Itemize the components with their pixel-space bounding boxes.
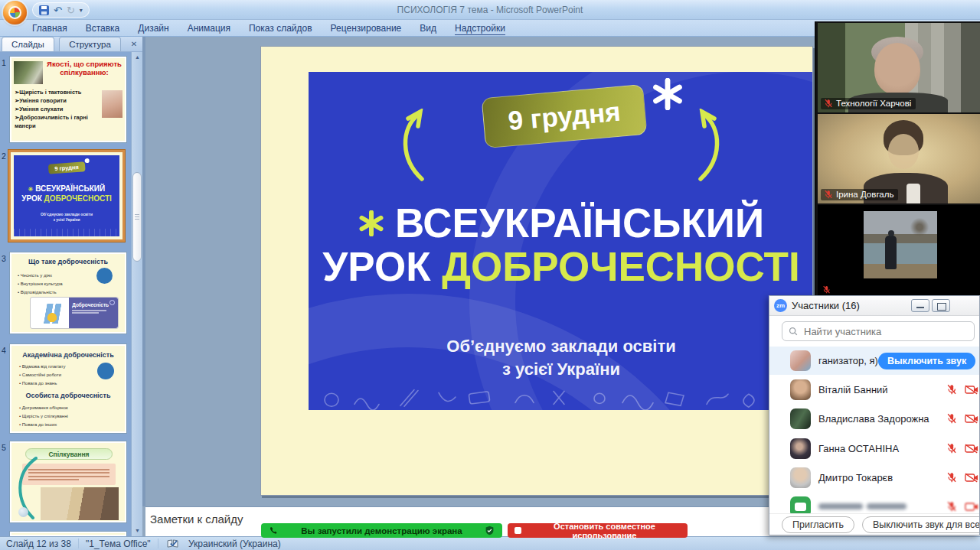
tab-slides[interactable]: Слайды: [2, 37, 54, 51]
thumb1-title: Якості, що сприяють спілкуванню:: [44, 60, 125, 77]
notes-label: Заметки к слайду: [150, 513, 243, 526]
video-tile-1[interactable]: Технології Харчові: [818, 23, 980, 112]
scrollbar-thumb[interactable]: [132, 172, 142, 262]
profile-photo: [864, 211, 937, 278]
slide-thumbnail-pane: 1 Якості, що сприяють спілкуванню: ➢Щирі…: [0, 52, 142, 536]
slide-blue-image: 9 грудня ВСЕУКРАЇНСЬКИЙ УРОК ДОБРОЧЕСНОС…: [309, 72, 813, 410]
mic-muted-icon: [824, 190, 833, 199]
stop-share-button[interactable]: Остановить совместное использование: [508, 523, 688, 538]
stop-share-label: Остановить совместное использование: [521, 522, 688, 540]
slide-caption: Об’єднуємо заклади освіти з усієї Україн…: [309, 335, 813, 380]
customize-toolbar-icon[interactable]: ▾: [80, 7, 83, 14]
participant-row-host[interactable]: ганизатор, я) Выключить звук: [769, 347, 979, 375]
slide-number: 3: [2, 254, 9, 263]
video-tile-2[interactable]: Ірина Довгаль: [818, 114, 980, 203]
tab-insert[interactable]: Вставка: [77, 21, 129, 37]
search-icon: [789, 327, 798, 336]
thumb3-title: Що таке доброчесність: [11, 258, 125, 265]
slide-thumbnail-3[interactable]: Що таке доброчесність Чесність у діях Вн…: [10, 252, 126, 334]
thumb2-caption: Об’єднуємо заклади освіти з усієї Україн…: [14, 212, 119, 223]
video-tile-3[interactable]: [818, 205, 980, 295]
participant-row[interactable]: Владислава Задорожна: [769, 404, 979, 433]
thumbnail-scrollbar[interactable]: ▲ ▼: [131, 52, 142, 536]
thumb3-card: Доброчесність: [30, 297, 119, 329]
slide-canvas[interactable]: 9 грудня ВСЕУКРАЇНСЬКИЙ УРОК ДОБРОЧЕСНОС…: [260, 46, 813, 496]
thumb3-bullets: Чесність у діях Внутрішня культура Відпо…: [18, 272, 63, 296]
camera-muted-icon-partial: [965, 385, 978, 395]
thumb2-badge: 9 грудня: [48, 161, 85, 174]
participant-row[interactable]: Віталій Банний: [769, 375, 979, 404]
slide-thumbnail-4[interactable]: Академічна доброчесність Відмова від пла…: [10, 344, 126, 433]
thumb1-photo: [14, 61, 43, 84]
participant-search[interactable]: [782, 321, 975, 341]
tab-slideshow[interactable]: Показ слайдов: [240, 21, 322, 37]
spellcheck-icon[interactable]: [167, 539, 178, 548]
tab-outline[interactable]: Структура: [59, 37, 121, 51]
mute-button[interactable]: Выключить звук: [878, 353, 975, 369]
thumb4-subtitle: Особиста доброчесність: [11, 392, 125, 399]
tab-animation[interactable]: Анимация: [178, 21, 240, 37]
quick-access-toolbar: ↶ ↻ ▾: [32, 2, 90, 18]
slide-thumbnail-2-selected[interactable]: 9 грудня ✳ ВСЕУКРАЇНСЬКИЙ УРОК ДОБРОЧЕСН…: [8, 150, 125, 242]
participants-header: zm Участники (16): [769, 296, 979, 316]
camera-muted-icon-partial: [965, 414, 978, 424]
camera-muted-icon-partial: [965, 502, 978, 512]
tab-review[interactable]: Рецензирование: [322, 21, 411, 37]
zoom-video-strip: Технології Харчові Ірина Довгаль: [815, 21, 980, 295]
doodle-band: [309, 384, 813, 410]
share-banner-text: Вы запустили демонстрацию экрана: [279, 526, 485, 535]
white-asterisk-icon: [652, 78, 684, 110]
undo-icon[interactable]: ↶: [54, 5, 62, 15]
slide-number: 4: [2, 346, 9, 355]
tab-addins[interactable]: Надстройки: [446, 21, 514, 37]
mic-muted-icon: [946, 501, 957, 512]
scroll-down-icon[interactable]: ▼: [132, 526, 142, 536]
zoom-logo-icon: zm: [774, 299, 787, 312]
avatar: [790, 408, 811, 429]
tab-design[interactable]: Дизайн: [129, 21, 178, 37]
minimize-button[interactable]: [911, 299, 929, 312]
participant-row[interactable]: Ганна ОСТАНІНА: [769, 434, 979, 463]
status-bar: Слайд 12 из 38 "1_Тема Office" Украински…: [0, 536, 980, 550]
scroll-up-icon[interactable]: ▲: [132, 52, 142, 63]
office-button[interactable]: [3, 1, 27, 24]
mute-all-button[interactable]: Выключить звук для всех: [862, 516, 980, 533]
thumb4-title: Академічна доброчесність: [11, 351, 125, 359]
mic-muted-icon: [946, 443, 957, 454]
participants-footer: Пригласить Выключить звук для всех: [769, 513, 979, 535]
left-pane-tabs: Слайды Структура ✕: [0, 37, 142, 52]
avatar: [790, 379, 811, 400]
thumb2-slide: 9 грудня ✳ ВСЕУКРАЇНСЬКИЙ УРОК ДОБРОЧЕСН…: [14, 155, 119, 236]
screen-share-banner: Вы запустили демонстрацию экрана: [261, 523, 502, 538]
avatar: [790, 438, 811, 459]
language-indicator[interactable]: Украинский (Украина): [188, 539, 281, 549]
office-logo-icon: [8, 6, 21, 19]
theme-name: "1_Тема Office": [86, 539, 151, 549]
close-pane-icon[interactable]: ✕: [129, 39, 139, 50]
slide-thumbnail-5[interactable]: Спілкування: [10, 441, 126, 522]
mic-muted-icon: [822, 285, 831, 294]
avatar: [790, 350, 811, 371]
phone-icon: [269, 526, 279, 535]
slide-number: 1: [2, 58, 9, 67]
camera-muted-icon-partial: [965, 444, 978, 454]
mic-muted-icon: [824, 99, 833, 108]
search-input[interactable]: [802, 325, 968, 338]
stop-icon: [514, 527, 521, 534]
maximize-button[interactable]: [932, 299, 950, 312]
tab-view[interactable]: Вид: [410, 21, 446, 37]
participant-name: ганизатор, я): [818, 355, 878, 366]
invite-button[interactable]: Пригласить: [782, 516, 854, 533]
participant-row[interactable]: Дмитро Токарєв: [769, 463, 979, 492]
save-icon[interactable]: [39, 5, 49, 15]
redo-icon[interactable]: ↻: [67, 5, 75, 15]
curved-arrow-left-icon: [399, 109, 449, 182]
participant-name-blurred: [818, 503, 906, 509]
slide-counter: Слайд 12 из 38: [6, 539, 71, 549]
slide-title: ВСЕУКРАЇНСЬКИЙ УРОК ДОБРОЧЕСНОСТІ: [309, 202, 813, 288]
screen: ПСИХОЛОГІЯ 7 тема - Microsoft PowerPoint…: [0, 0, 980, 550]
slide-thumbnail-1[interactable]: Якості, що сприяють спілкуванню: ➢Щиріст…: [10, 57, 126, 142]
tab-home[interactable]: Главная: [23, 21, 77, 37]
thumb5-photo: [41, 487, 119, 520]
video-name-label: Технології Харчові: [821, 98, 916, 109]
